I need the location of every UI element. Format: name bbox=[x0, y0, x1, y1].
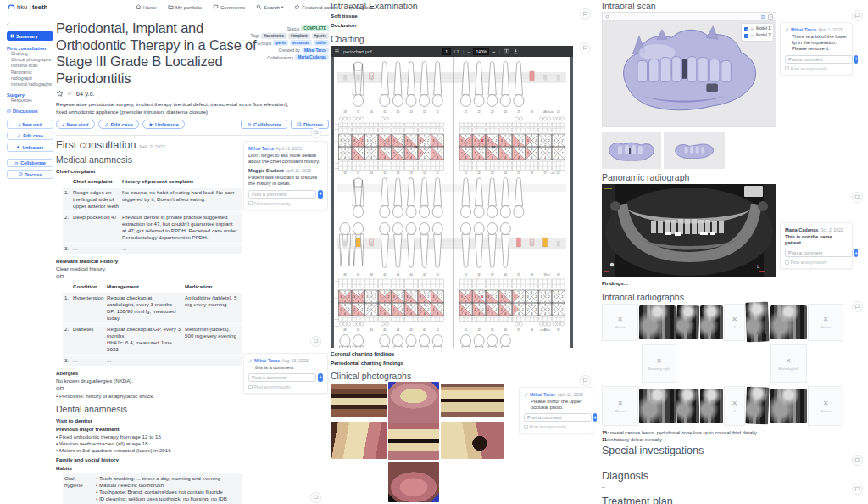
resolved-check-icon[interactable]: ✓ bbox=[248, 358, 253, 363]
nav-comments[interactable]: Comments bbox=[213, 4, 245, 10]
list-icon[interactable] bbox=[760, 14, 765, 20]
sidebar-item-resources[interactable]: Resources bbox=[7, 98, 53, 104]
collaborator-badge[interactable]: Maria Cadenas bbox=[295, 54, 329, 60]
comment-input[interactable] bbox=[524, 413, 592, 422]
sidebar-unfeature-button[interactable]: Unfeature bbox=[7, 143, 53, 152]
intraoral-scan-viewer[interactable]: Model 1 Model 2 bbox=[602, 12, 776, 127]
sidebar-collapse-button[interactable]: ‹ bbox=[7, 20, 53, 28]
scan-3d-model[interactable] bbox=[603, 20, 777, 126]
post-comment-button[interactable]: + bbox=[318, 373, 323, 382]
sidebar-item-intraoral-radiographs[interactable]: Intraoral radiographs bbox=[7, 81, 53, 87]
nav-my-portfolio[interactable]: My portfolio bbox=[168, 4, 202, 10]
radiograph-image[interactable] bbox=[745, 387, 770, 425]
post-comment-button[interactable]: + bbox=[318, 190, 323, 199]
radiograph-image[interactable] bbox=[770, 389, 807, 423]
sidebar-collaborate-button[interactable]: Collaborate bbox=[7, 159, 53, 168]
anonymous-checkbox[interactable] bbox=[248, 385, 253, 389]
radiograph-image[interactable] bbox=[639, 305, 676, 339]
comment-input[interactable] bbox=[248, 373, 316, 382]
sidebar-discuss-button[interactable]: Discuss bbox=[7, 170, 53, 179]
scan-thumbnail-2[interactable] bbox=[664, 132, 725, 169]
pdf-zoom-level[interactable]: 140% bbox=[473, 48, 489, 55]
radiograph-placeholder-molars[interactable]: ✕Molars bbox=[602, 304, 638, 341]
photo-left-lateral[interactable] bbox=[441, 422, 504, 459]
sidebar-item-intraoral-scan[interactable]: Intraoral scan bbox=[7, 63, 53, 69]
photo-lower-occlusal[interactable] bbox=[388, 462, 439, 502]
photo-retracted-frontal[interactable] bbox=[441, 384, 504, 417]
two-page-icon[interactable] bbox=[504, 48, 509, 54]
comment-bubble-button[interactable] bbox=[852, 192, 863, 203]
comment-author[interactable]: Mihai Tarce bbox=[791, 27, 816, 32]
group-badge[interactable]: ortho bbox=[314, 40, 329, 46]
photo-right-lateral[interactable] bbox=[331, 422, 387, 459]
comment-bubble-button[interactable] bbox=[852, 10, 863, 21]
unfeature-button[interactable]: Unfeature bbox=[142, 120, 185, 129]
comment-author[interactable]: Mihai Tarce bbox=[254, 358, 280, 363]
pdf-zoom-out-button[interactable]: − bbox=[467, 49, 470, 54]
created-by-badge[interactable]: Mihai Tarce bbox=[302, 48, 329, 53]
tag[interactable]: #perio bbox=[312, 33, 329, 39]
anonymous-checkbox[interactable] bbox=[785, 260, 789, 265]
photo-smile-closeup[interactable] bbox=[331, 384, 387, 417]
comment-bubble-button[interactable] bbox=[852, 301, 863, 312]
comment-input[interactable] bbox=[785, 55, 853, 64]
star-icon[interactable] bbox=[56, 90, 64, 98]
comment-bubble-button[interactable] bbox=[580, 375, 591, 386]
radiograph-placeholder-anterior[interactable]: ✕3 bbox=[724, 304, 745, 341]
collaborate-button[interactable]: Collaborate bbox=[241, 120, 287, 129]
comment-author[interactable]: Mihai Tarce bbox=[248, 146, 274, 151]
tag[interactable]: #aesthetic bbox=[261, 33, 286, 39]
radiograph-placeholder-anterior[interactable]: ✕3 bbox=[724, 386, 745, 426]
comment-bubble-button[interactable] bbox=[310, 492, 321, 503]
discuss-button[interactable]: Discuss bbox=[291, 120, 329, 129]
anonymous-checkbox[interactable] bbox=[785, 66, 789, 70]
nav-home[interactable]: Home bbox=[136, 4, 157, 10]
anonymous-checkbox[interactable] bbox=[524, 425, 528, 429]
radiograph-placeholder-molars[interactable]: ✕Molars bbox=[808, 304, 843, 341]
radiograph-image[interactable] bbox=[639, 389, 676, 423]
download-icon[interactable] bbox=[513, 48, 519, 54]
group-badge[interactable]: perio bbox=[273, 40, 288, 46]
menu-icon[interactable] bbox=[334, 48, 340, 54]
comment-bubble-button[interactable] bbox=[310, 127, 321, 138]
app-logo[interactable]: hku | teeth bbox=[8, 3, 47, 11]
scan-thumbnail-1[interactable] bbox=[602, 132, 661, 169]
resolved-check-icon[interactable]: ✓ bbox=[785, 27, 789, 32]
comment-input[interactable] bbox=[785, 249, 853, 257]
resolved-check-icon[interactable]: ✓ bbox=[524, 392, 528, 397]
post-comment-button[interactable]: + bbox=[854, 249, 858, 257]
sidebar-item-discussion[interactable]: Discussion bbox=[7, 109, 53, 114]
expand-icon[interactable] bbox=[768, 14, 773, 20]
radiograph-image[interactable] bbox=[676, 305, 699, 340]
comment-input[interactable] bbox=[248, 190, 316, 199]
search-icon[interactable] bbox=[605, 14, 610, 20]
group-badge[interactable]: erasmus bbox=[290, 40, 312, 46]
new-visit-button[interactable]: +New visit bbox=[56, 120, 95, 129]
comment-bubble-button[interactable] bbox=[310, 336, 321, 347]
sidebar-edit-case-button[interactable]: Edit case bbox=[7, 132, 53, 141]
photo-upper-occlusal[interactable] bbox=[388, 382, 439, 423]
radiograph-placeholder-molars[interactable]: ✕Molars bbox=[808, 386, 843, 426]
comment-bubble-button[interactable] bbox=[580, 8, 591, 20]
radiograph-placeholder-bitewing-right[interactable]: ✕Bitewing right bbox=[642, 344, 676, 383]
pdf-page-input[interactable]: 1 bbox=[442, 48, 451, 55]
radiograph-placeholder-bitewing-left[interactable]: ✕Bitewing left bbox=[770, 344, 807, 383]
anonymous-checkbox[interactable] bbox=[248, 201, 253, 205]
panoramic-radiograph-image[interactable]: L bbox=[602, 184, 776, 277]
radiograph-image[interactable] bbox=[745, 302, 770, 343]
comment-author[interactable]: Maggie Student bbox=[248, 168, 284, 173]
pdf-zoom-in-button[interactable]: + bbox=[492, 49, 495, 54]
photo-anterior[interactable] bbox=[388, 423, 439, 460]
radiograph-placeholder-molars[interactable]: ✕Molars bbox=[602, 386, 638, 426]
comment-author[interactable]: Maria Cadenas bbox=[785, 227, 818, 232]
comment-author[interactable]: Mihai Tarce bbox=[530, 392, 555, 397]
post-comment-button[interactable]: + bbox=[593, 413, 597, 422]
sidebar-item-charting[interactable]: Charting bbox=[7, 51, 53, 57]
radiograph-image[interactable] bbox=[676, 389, 699, 424]
comment-bubble-button[interactable] bbox=[580, 42, 591, 53]
radiograph-image[interactable] bbox=[770, 305, 807, 339]
sidebar-item-panoramic-radiograph[interactable]: Panoramic radiograph bbox=[7, 70, 53, 81]
nav-search[interactable]: Search▾ bbox=[256, 4, 283, 10]
comment-bubble-button[interactable] bbox=[852, 455, 863, 466]
edit-case-button[interactable]: Edit case bbox=[98, 120, 139, 129]
